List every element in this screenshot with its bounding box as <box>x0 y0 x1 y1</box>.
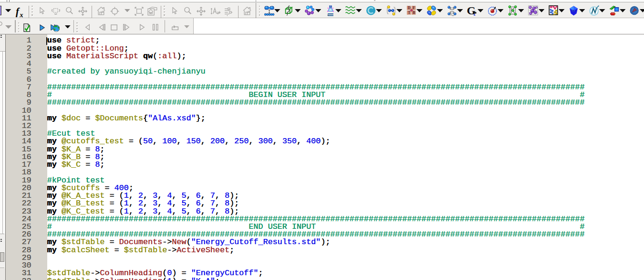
svg-text:D: D <box>407 6 410 11</box>
svg-text:B: B <box>413 11 415 15</box>
svg-text:F: F <box>413 6 415 11</box>
svg-text:T: T <box>407 11 410 15</box>
svg-text:x: x <box>19 11 23 18</box>
